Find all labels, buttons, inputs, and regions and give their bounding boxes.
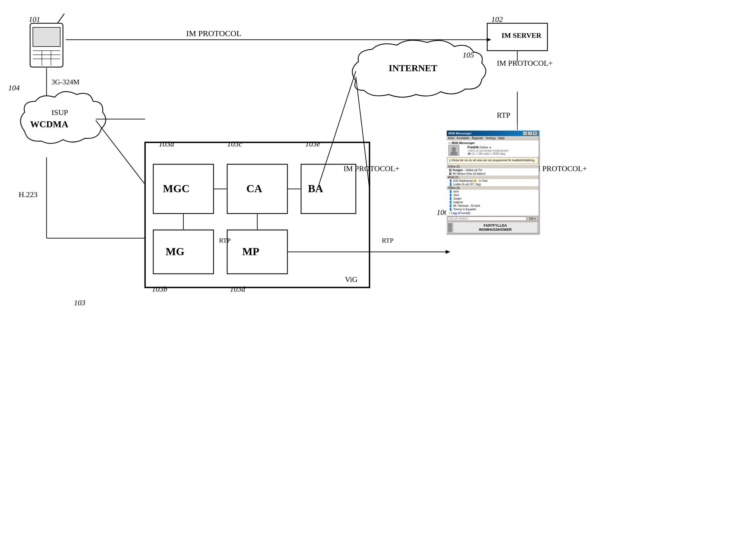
maximize-button[interactable]: □ — [528, 131, 532, 135]
msn-ad-line2: INOMHUSSHOWER — [454, 228, 536, 232]
close-button[interactable]: ✕ — [533, 131, 537, 135]
svg-line-25 — [96, 120, 144, 183]
menu-atgarder[interactable]: Åtgärder — [472, 136, 483, 140]
label-mg: MG — [166, 245, 184, 258]
label-103: 103 — [74, 298, 85, 307]
msn-promo-bar[interactable]: ℹ Klicka här om du vill veta mer om prog… — [448, 158, 538, 164]
msn-status: Online — [480, 146, 488, 149]
label-103e: 103e — [305, 140, 320, 148]
msn-contact-name-tommy: Tommy in Equador — [453, 208, 476, 211]
msn-header: ⊙ MSN Messenger Fredrik Online ▼ <Skriv … — [447, 140, 539, 157]
msn-ad-icon-bottom: ↩ — [448, 228, 452, 232]
msn-search-bar: Sök ▾ — [447, 216, 539, 221]
msn-contacts-list: Online (2) 🖼 Kungen - Jobbar på Tre 🖼 Mr… — [447, 164, 539, 216]
msn-contact-icon-kungen: 🖼 — [449, 169, 452, 172]
msn-contact-erik[interactable]: 👤 Erik Stephansen😊 - in Oslo — [447, 179, 539, 183]
msn-title: MSN Messenger — [448, 132, 472, 135]
label-mp: MP — [242, 245, 259, 258]
msn-contact-jens[interactable]: 👤 Jens — [447, 193, 539, 197]
msn-contact-esra[interactable]: 👤 esra — [447, 190, 539, 193]
msn-contact-icon-jens: 👤 — [449, 194, 452, 197]
label-rtp-1: RTP — [219, 237, 231, 244]
menu-verktyg[interactable]: Verktyg — [486, 136, 496, 140]
svg-marker-24 — [446, 250, 450, 254]
msn-group-online-label: Online (2) — [448, 165, 460, 168]
label-103c: 103c — [227, 140, 242, 148]
label-vig: ViG — [345, 275, 358, 284]
msn-contact-name-mrnilsson: Mr Nilsson (Inte vid datorn) — [453, 172, 486, 175]
msn-search-button[interactable]: Sök ▾ — [527, 217, 538, 221]
msn-avatar — [448, 145, 459, 156]
msn-titlebar-buttons: — □ ✕ — [523, 131, 537, 135]
label-105: 105 — [463, 51, 474, 59]
label-im-protocol-plus-2: IM PROTOCOL+ — [344, 164, 399, 173]
msn-add-contact[interactable]: + Lägg till kontakt — [447, 211, 539, 215]
minimize-button[interactable]: — — [523, 131, 527, 135]
msn-info-icon: ℹ — [449, 159, 451, 163]
msn-contact-name-kungen: Kungen - Jobbar på Tre — [453, 169, 482, 172]
msn-contact-mrhansson[interactable]: 👤 Mr. Hansson - At work — [447, 204, 539, 208]
msn-contact-magnus[interactable]: 👤 magnus — [447, 200, 539, 204]
menu-hjalp[interactable]: Hjälp — [498, 136, 504, 140]
msn-contact-icon-jorgen: 👤 — [449, 197, 452, 200]
diagram-svg — [0, 0, 756, 544]
msn-contact-icon-magnus: 👤 — [449, 201, 452, 204]
msn-contact-icon-mrnilsson: 🖼 — [449, 172, 452, 175]
label-101: 101 — [29, 15, 40, 24]
label-wcdma: WCDMA — [30, 119, 68, 129]
msn-contact-ludde[interactable]: 👤 Ludde (In på 107, 2kg) — [447, 183, 539, 186]
label-im-protocol-plus-1: IM PROTOCOL+ — [497, 59, 553, 68]
msn-contact-icon-esra: 👤 — [449, 190, 452, 193]
svg-line-7 — [57, 14, 64, 23]
msn-contact-kungen[interactable]: 🖼 Kungen - Jobbar på Tre — [447, 168, 539, 172]
msn-group-mobil-label: Mobil (2) — [448, 176, 458, 179]
label-rtp-2: RTP — [382, 237, 394, 244]
msn-contact-name-esra: esra — [453, 190, 458, 193]
msn-group-offline[interactable]: Offline (6) — [447, 186, 539, 190]
msn-contact-icon-ludde: 👤 — [449, 183, 452, 186]
msn-ad-line1: FARTFYLLDA — [454, 223, 536, 228]
msn-search-input[interactable] — [448, 217, 526, 221]
msn-contact-icon-mrhansson: 👤 — [449, 204, 452, 207]
msn-group-mobil[interactable]: Mobil (2) — [447, 175, 539, 179]
label-internet: INTERNET — [389, 63, 437, 73]
label-im-protocol: IM PROTOCOL — [186, 29, 241, 38]
label-ca: CA — [246, 182, 262, 195]
menu-arkiv[interactable]: Arkiv — [448, 136, 454, 140]
msn-promo-text: Klicka här om du vill veta mer om progra… — [452, 159, 535, 162]
label-103a: 103a — [159, 140, 174, 148]
msn-titlebar: MSN Messenger — □ ✕ — [447, 131, 539, 136]
msn-contact-tommy[interactable]: 👤 Tommy in Equador — [447, 208, 539, 211]
label-isup: ISUP — [51, 108, 68, 117]
msn-group-online[interactable]: Online (2) — [447, 165, 539, 168]
msn-contact-name-jorgen: Jorgen — [453, 197, 462, 200]
msn-contact-icon-erik: 👤 — [449, 179, 452, 182]
svg-point-34 — [452, 147, 456, 151]
msn-contact-mrnilsson[interactable]: 🖼 Mr Nilsson (Inte vid datorn) — [447, 172, 539, 175]
diagram-container: 101 102 103 103a 103b 103c 103d 103e 104… — [0, 0, 756, 544]
msn-ad-text: FARTFYLLDA INOMHUSSHOWER — [453, 222, 538, 233]
msn-contact-icon-tommy: 👤 — [449, 208, 452, 211]
msn-contact-name-magnus: magnus — [453, 201, 463, 204]
label-3g: 3G-324M — [51, 78, 80, 86]
label-102: 102 — [491, 15, 503, 24]
msn-header-actions: ☎ (1) ☐ Min sida ☐ MSN Idag — [468, 152, 509, 155]
label-103b: 103b — [152, 285, 167, 293]
msn-brand: MSN Messenger — [452, 141, 475, 145]
label-h223: H.223 — [19, 190, 37, 199]
msn-contact-jorgen[interactable]: 👤 Jorgen — [447, 197, 539, 200]
label-104: 104 — [8, 84, 20, 92]
msn-personal-message[interactable]: <Skriv ett personligt meddelande> — [468, 149, 509, 152]
menu-kontakter[interactable]: Kontakter — [457, 136, 469, 140]
label-103d: 103d — [230, 285, 245, 293]
msn-window: MSN Messenger — □ ✕ Arkiv Kontakter Åtgä… — [446, 130, 539, 234]
label-im-protocol-plus-3: IM PROTOCOL+ — [531, 164, 587, 173]
msn-contact-name-erik: Erik Stephansen😊 - in Oslo — [453, 179, 487, 182]
label-ba: BA — [308, 182, 323, 195]
label-im-server: IM SERVER — [493, 31, 550, 40]
msn-username: Fredrik — [468, 145, 479, 149]
svg-rect-1 — [33, 27, 60, 47]
label-mgc: MGC — [163, 182, 190, 195]
msn-group-offline-label: Offline (6) — [448, 186, 460, 189]
msn-contact-name-ludde: Ludde (In på 107, 2kg) — [453, 183, 481, 186]
